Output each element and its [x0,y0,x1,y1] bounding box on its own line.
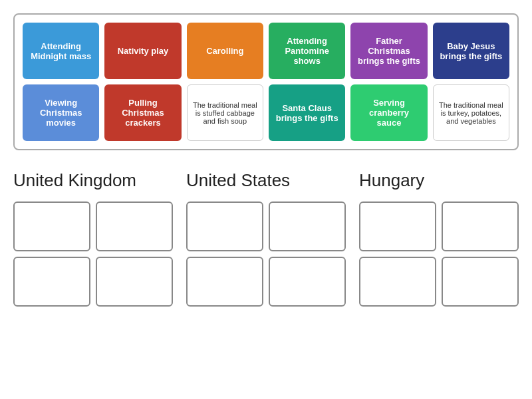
card-c10[interactable]: Santa Claus brings the gifts [269,84,345,141]
source-container: Attending Midnight massNativity playCaro… [13,13,519,150]
drop-zone-hungary-2[interactable] [359,257,436,307]
drop-zone-hungary-1[interactable] [442,201,519,251]
card-c4[interactable]: Attending Pantomine shows [269,23,345,79]
drop-zone-uk-0[interactable] [13,201,90,251]
drop-zone-us-0[interactable] [186,201,263,251]
category-title-uk: United Kingdom [13,170,173,191]
drop-grid-us [186,201,346,307]
drop-zone-uk-1[interactable] [96,201,173,251]
category-title-us: United States [186,170,346,191]
card-c3[interactable]: Carolling [187,23,263,79]
drop-zone-uk-3[interactable] [96,257,173,307]
card-c5[interactable]: Father Christmas brings the gifts [350,23,427,79]
card-c7[interactable]: Viewing Christmas movies [23,84,99,141]
drop-zone-uk-2[interactable] [13,257,90,307]
card-c6[interactable]: Baby Jesus brings the gifts [433,23,509,79]
drop-zone-us-3[interactable] [269,257,346,307]
category-uk: United Kingdom [13,170,173,307]
card-c11[interactable]: Serving cranberry sauce [350,84,427,141]
card-c2[interactable]: Nativity play [104,23,181,79]
drop-zone-hungary-0[interactable] [359,201,436,251]
drop-grid-uk [13,201,173,307]
category-title-hungary: Hungary [359,170,519,191]
drop-zone-hungary-3[interactable] [442,257,519,307]
card-c8[interactable]: Pulling Christmas crackers [104,84,181,141]
category-hungary: Hungary [359,170,519,307]
drop-grid-hungary [359,201,519,307]
card-c9[interactable]: The traditional meal is stuffed cabbage … [187,84,263,141]
categories-section: United KingdomUnited StatesHungary [13,170,519,307]
drop-zone-us-2[interactable] [186,257,263,307]
card-c1[interactable]: Attending Midnight mass [23,23,99,79]
category-us: United States [186,170,346,307]
drop-zone-us-1[interactable] [269,201,346,251]
card-c12[interactable]: The traditional meal is turkey, potatoes… [433,84,509,141]
